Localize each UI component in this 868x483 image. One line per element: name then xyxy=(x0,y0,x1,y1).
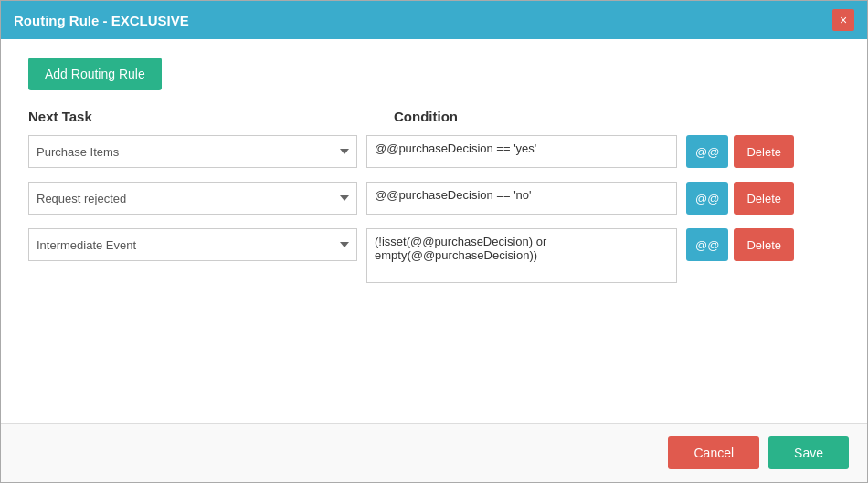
condition-column-header: Condition xyxy=(394,109,458,124)
at-button-2[interactable]: @@ xyxy=(686,228,728,261)
add-routing-rule-button[interactable]: Add Routing Rule xyxy=(28,58,162,90)
modal-footer: Cancel Save xyxy=(1,423,867,482)
rules-container: Purchase Items@@purchaseDecision == 'yes… xyxy=(28,135,840,286)
condition-container-1: @@purchaseDecision == 'no' xyxy=(366,182,677,217)
modal-overlay: Routing Rule - EXCLUSIVE × Add Routing R… xyxy=(0,0,868,483)
next-task-column-header: Next Task xyxy=(28,109,376,124)
action-buttons-0: @@Delete xyxy=(686,135,794,168)
delete-button-0[interactable]: Delete xyxy=(734,135,794,168)
close-button[interactable]: × xyxy=(832,9,854,31)
condition-input-2[interactable]: (!isset(@@purchaseDecision) or empty(@@p… xyxy=(366,228,677,283)
column-headers: Next Task Condition xyxy=(28,109,840,124)
action-buttons-2: @@Delete xyxy=(686,228,794,261)
action-buttons-1: @@Delete xyxy=(686,182,794,215)
condition-input-0[interactable]: @@purchaseDecision == 'yes' xyxy=(366,135,677,168)
modal-dialog: Routing Rule - EXCLUSIVE × Add Routing R… xyxy=(0,0,868,483)
at-button-0[interactable]: @@ xyxy=(686,135,728,168)
condition-input-1[interactable]: @@purchaseDecision == 'no' xyxy=(366,182,677,215)
next-task-select-1[interactable]: Request rejected xyxy=(28,182,357,215)
cancel-button[interactable]: Cancel xyxy=(668,436,759,469)
condition-container-0: @@purchaseDecision == 'yes' xyxy=(366,135,677,171)
delete-button-2[interactable]: Delete xyxy=(734,228,794,261)
next-task-select-2[interactable]: Intermediate Event xyxy=(28,228,357,261)
delete-button-1[interactable]: Delete xyxy=(734,182,794,215)
save-button[interactable]: Save xyxy=(768,436,849,469)
next-task-select-0[interactable]: Purchase Items xyxy=(28,135,357,168)
modal-body: Add Routing Rule Next Task Condition Pur… xyxy=(1,39,867,423)
rule-row: Purchase Items@@purchaseDecision == 'yes… xyxy=(28,135,840,171)
modal-title: Routing Rule - EXCLUSIVE xyxy=(14,13,189,28)
condition-container-2: (!isset(@@purchaseDecision) or empty(@@p… xyxy=(366,228,677,286)
at-button-1[interactable]: @@ xyxy=(686,182,728,215)
rule-row: Intermediate Event(!isset(@@purchaseDeci… xyxy=(28,228,840,286)
modal-header: Routing Rule - EXCLUSIVE × xyxy=(1,1,867,39)
rule-row: Request rejected@@purchaseDecision == 'n… xyxy=(28,182,840,217)
